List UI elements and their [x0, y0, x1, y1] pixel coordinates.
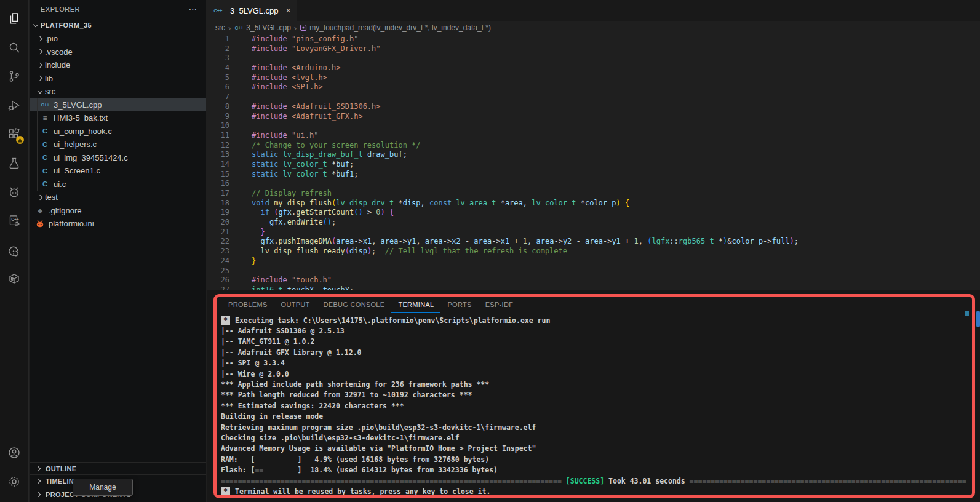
- tree-file-ui_img_394551424.c[interactable]: Cui_img_394551424.c: [30, 151, 206, 165]
- activity-bar: C++: [0, 0, 29, 502]
- tree-file-.gitignore[interactable]: ◆.gitignore: [30, 204, 206, 218]
- panel-tab-terminal[interactable]: TERMINAL: [391, 297, 440, 313]
- code-line: 7: [207, 92, 980, 102]
- tree-file-ui_comp_hook.c[interactable]: Cui_comp_hook.c: [30, 125, 206, 138]
- line-number: 4: [207, 63, 229, 73]
- svg-text:C++: C++: [11, 217, 18, 221]
- source-control-icon[interactable]: [0, 62, 29, 90]
- code-editor[interactable]: 1#include "pins_config.h"2#include "Lovy…: [207, 34, 980, 290]
- c-file-icon: C: [40, 179, 50, 189]
- code-line: 9#include <Adafruit_GFX.h>: [207, 112, 980, 122]
- code-text: #include <SPI.h>: [252, 82, 323, 92]
- espressif-icon[interactable]: [0, 235, 29, 264]
- window-scrollbar-thumb[interactable]: [976, 311, 980, 327]
- tree-folder-src[interactable]: src: [30, 85, 206, 98]
- c-file-icon: C: [40, 166, 50, 176]
- chevron-right-icon: [35, 47, 45, 57]
- code-text: static lv_disp_draw_buf_t draw_buf;: [252, 150, 407, 160]
- tree-file-HMI3-5_bak.txt[interactable]: ≡HMI3-5_bak.txt: [30, 111, 206, 125]
- panel-tab-output[interactable]: OUTPUT: [274, 297, 317, 313]
- code-line: 17// Display refresh: [207, 189, 980, 199]
- section-outline[interactable]: OUTLINE: [30, 462, 206, 474]
- tree-item-label: src: [45, 87, 55, 96]
- editor-area: C++ 3_5LVGL.cpp × src › C++ 3_5LVGL.cpp …: [207, 0, 980, 502]
- breadcrumb-symbol[interactable]: my_touchpad_read(lv_indev_drv_t *, lv_in…: [300, 23, 491, 32]
- platformio-icon[interactable]: [0, 177, 29, 206]
- code-line: 19 if (gfx.getStartCount() > 0) {: [207, 208, 980, 218]
- settings-gear-icon[interactable]: [0, 467, 29, 496]
- panel-tab-problems[interactable]: PROBLEMS: [221, 297, 274, 313]
- panel-tab-debug-console[interactable]: DEBUG CONSOLE: [317, 297, 392, 313]
- extensions-icon[interactable]: [0, 119, 29, 148]
- text-file-icon: ≡: [40, 113, 50, 123]
- code-text: #include "pins_config.h": [252, 34, 358, 44]
- code-line: 16: [207, 179, 980, 189]
- tree-file-ui_helpers.c[interactable]: Cui_helpers.c: [30, 138, 206, 151]
- panel-tab-ports[interactable]: PORTS: [440, 297, 478, 313]
- tree-folder-.pio[interactable]: .pio: [30, 32, 206, 46]
- code-line: 18void my_disp_flush(lv_disp_drv_t *disp…: [207, 199, 980, 209]
- panel-tab-esp-idf[interactable]: ESP-IDF: [479, 297, 520, 313]
- line-number: 3: [207, 54, 229, 63]
- c-file-icon: C: [40, 153, 50, 162]
- terminal-line: *** Estimated savings: 22420 characters …: [221, 400, 966, 411]
- code-line: 14static lv_color_t *buf;: [207, 160, 980, 170]
- tree-file-platformio.ini[interactable]: platformio.ini: [30, 217, 206, 231]
- tree-item-label: ui_comp_hook.c: [54, 127, 112, 136]
- close-icon[interactable]: ×: [286, 6, 291, 15]
- breadcrumb-file[interactable]: C++ 3_5LVGL.cpp: [234, 23, 291, 33]
- breadcrumb-src[interactable]: src: [215, 23, 225, 32]
- terminal-line: Checking size .pio\build\esp32-s3-devkit…: [221, 432, 966, 443]
- terminal-output[interactable]: *Executing task: C:\Users\14175\.platfor…: [217, 314, 966, 495]
- code-text: gfx.endWrite();: [252, 218, 336, 228]
- bottom-panel: PROBLEMSOUTPUTDEBUG CONSOLETERMINALPORTS…: [207, 290, 980, 502]
- line-number: 5: [207, 73, 229, 83]
- cpp-file-icon: C++: [213, 6, 223, 15]
- terminal-line: |-- Adafruit SSD1306 @ 2.5.13: [221, 325, 966, 336]
- tree-item-label: HMI3-5_bak.txt: [54, 113, 108, 122]
- search-icon[interactable]: [0, 33, 29, 62]
- project-root-label: PLATFORM_35: [41, 22, 92, 29]
- code-line: 20 gfx.endWrite();: [207, 218, 980, 228]
- more-actions-icon[interactable]: ⋯: [189, 4, 198, 14]
- vscode-window: { "colors": { "highlight_border": "#f453…: [0, 0, 980, 502]
- terminal-scrollbar-thumb[interactable]: [965, 311, 969, 316]
- tab-3_5lvgl-cpp[interactable]: C++ 3_5LVGL.cpp ×: [207, 0, 297, 21]
- tree-file-ui_Screen1.c[interactable]: Cui_Screen1.c: [30, 164, 206, 178]
- chevron-right-icon: [35, 73, 45, 83]
- project-root-row[interactable]: PLATFORM_35: [30, 18, 206, 32]
- tree-folder-lib[interactable]: lib: [30, 72, 206, 86]
- terminal-line: *** Path length reduced from 32971 to ~1…: [221, 390, 966, 400]
- line-number: 17: [207, 189, 229, 199]
- code-line: 1#include "pins_config.h": [207, 34, 980, 44]
- chevron-right-icon: [33, 467, 43, 471]
- code-text: int16_t touchX, touchY;: [252, 285, 354, 290]
- chevron-right-icon: [35, 193, 45, 202]
- breadcrumb-separator: ›: [294, 23, 297, 33]
- tree-file-3_5LVGL.cpp[interactable]: C++3_5LVGL.cpp: [30, 98, 206, 112]
- tree-file-ui.c[interactable]: Cui.c: [30, 178, 206, 191]
- line-number: 2: [207, 44, 229, 54]
- tree-folder-test[interactable]: test: [30, 191, 206, 204]
- run-debug-icon[interactable]: [0, 90, 29, 119]
- terminal-line: *Terminal will be reused by tasks, press…: [221, 486, 966, 495]
- line-number: 22: [207, 237, 229, 247]
- cpp-tools-icon[interactable]: C++: [0, 206, 29, 235]
- cpp-file-icon: C++: [234, 23, 244, 33]
- code-text: #include <Adafruit_SSD1306.h>: [252, 102, 381, 112]
- code-text: void my_disp_flush(lv_disp_drv_t *disp, …: [252, 199, 629, 209]
- sidebar-title: EXPLORER: [41, 6, 80, 13]
- line-number: 12: [207, 141, 229, 151]
- code-line: 24}: [207, 257, 980, 266]
- account-icon[interactable]: [0, 438, 29, 467]
- code-text: static lv_color_t *buf1;: [252, 170, 358, 180]
- breadcrumb: src › C++ 3_5LVGL.cpp › my_touchpad_read…: [207, 21, 980, 34]
- tree-folder-include[interactable]: include: [30, 58, 206, 72]
- component-cube-icon[interactable]: [0, 264, 29, 293]
- testing-icon[interactable]: [0, 148, 29, 177]
- tree-folder-.vscode[interactable]: .vscode: [30, 46, 206, 59]
- line-number: 7: [207, 92, 229, 102]
- terminal-line: Building in release mode: [221, 412, 966, 422]
- panel-tab-bar: PROBLEMSOUTPUTDEBUG CONSOLETERMINALPORTS…: [217, 297, 972, 313]
- explorer-icon[interactable]: [0, 4, 29, 33]
